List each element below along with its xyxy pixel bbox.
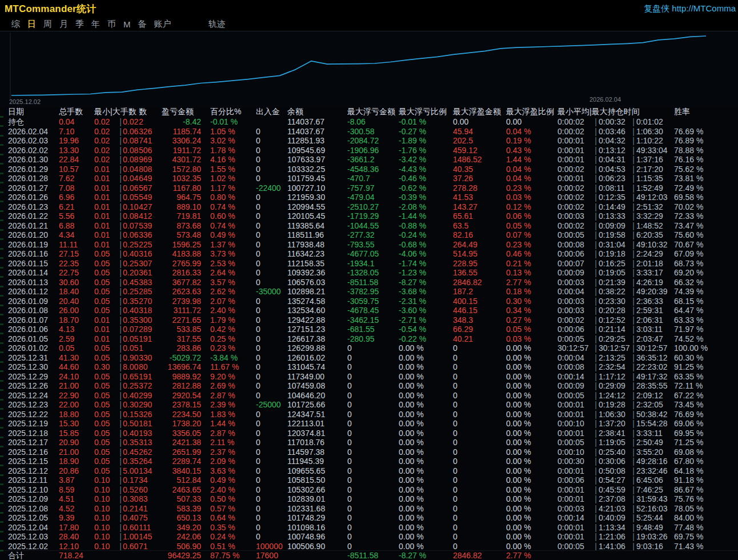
table-row[interactable]: 2025.12.1915.300.05|0.501811738.201.44 %…: [0, 419, 738, 429]
hold-time-min-cell: 0:00:30: [557, 457, 593, 466]
total-lots-cell: 8.59: [59, 485, 94, 495]
table-row[interactable]: 2026.01.1911.110.01|0.252251596.251.37 %…: [0, 240, 738, 250]
table-row[interactable]: 2026.01.277.080.01|0.065671167.801.17 %-…: [0, 183, 738, 193]
table-row[interactable]: 2025.12.2218.800.05|0.153262234.501.83 %…: [0, 410, 738, 419]
table-row[interactable]: 2026.01.2910.570.01|0.048081572.801.55 %…: [0, 165, 738, 174]
table-rows[interactable]: 持仓0.040.02|0.022-8.42-0.01 %114037.67-8.…: [0, 117, 738, 550]
table-row[interactable]: 2026.01.1522.350.05|0.253072765.992.53 %…: [0, 259, 738, 269]
table-row[interactable]: 2025.12.0417.800.10|0.60111349.200.35 %0…: [0, 523, 738, 533]
win-rate-cell: 64.47 %: [674, 306, 719, 315]
time-separator: |: [631, 391, 636, 401]
min-lot-cell: 0.10: [94, 494, 118, 504]
table-row[interactable]: 2026.01.266.960.01|0.05549964.750.80 %01…: [0, 193, 738, 202]
menu-item-轨迹[interactable]: 轨迹: [208, 19, 226, 30]
max-float-profit-cell: 0: [453, 353, 506, 363]
balance-cell: 101759.45: [287, 174, 347, 183]
menu-item-备[interactable]: 备: [138, 19, 147, 30]
time-separator: |: [631, 127, 636, 137]
time-separator: |: [631, 211, 636, 221]
time-separator: |: [631, 117, 636, 127]
table-row[interactable]: 2025.12.2621.000.05|0.253722812.882.69 %…: [0, 381, 738, 391]
menu-item-周[interactable]: 周: [43, 19, 52, 30]
table-row[interactable]: 2026.02.0319.960.02|0.087413306.243.02 %…: [0, 136, 738, 146]
table-row[interactable]: 2026.02.047.100.02|0.063261185.741.05 %0…: [0, 127, 738, 137]
table-row[interactable]: 2025.12.3141.300.05|0.90330-5029.72-3.84…: [0, 353, 738, 363]
max-float-loss-cell: -1934.1: [347, 259, 399, 269]
header-max-float-profit: 最大浮盈金额: [453, 107, 506, 117]
table-row[interactable]: 2025.12.108.590.10|0.52602463.652.40 %01…: [0, 485, 738, 495]
max-float-profit-cell: 202.5: [453, 136, 506, 146]
deposit-withdrawal-cell: 0: [256, 174, 287, 183]
table-row[interactable]: 2025.12.0328.400.10|1.00145242.060.24 %0…: [0, 532, 738, 542]
table-row[interactable]: 2026.01.225.560.01|0.08412719.810.60 %01…: [0, 211, 738, 221]
win-rate-cell: [674, 551, 719, 560]
table-row[interactable]: 2026.01.236.210.01|0.10427889.100.74 %01…: [0, 202, 738, 212]
max-float-profit-pct-cell: 0.05 %: [506, 325, 557, 334]
menu-item-M[interactable]: M: [123, 19, 131, 29]
profit-cell: 2651.99: [162, 447, 201, 457]
max-float-loss-pct-cell: -0.46 %: [399, 174, 453, 183]
table-row[interactable]: 2026.01.204.340.01|0.06336573.480.49 %01…: [0, 230, 738, 240]
table-row[interactable]: 2026.01.1422.750.05|0.203612816.332.64 %…: [0, 268, 738, 278]
hold-time-avg-cell: 0:12:52: [599, 315, 631, 325]
hold-time-avg-cell: 0:08:11: [599, 183, 631, 193]
table-row[interactable]: 2026.01.3022.840.02|0.089694301.724.16 %…: [0, 155, 738, 165]
table-row[interactable]: 2025.12.2924.100.05|0.651919889.929.20 %…: [0, 372, 738, 382]
table-row[interactable]: 2025.12.1518.900.05|0.352642289.742.09 %…: [0, 457, 738, 466]
table-row[interactable]: 2025.12.1220.860.05|5.001343840.153.63 %…: [0, 466, 738, 476]
min-lot-cell: 0.10: [94, 485, 118, 495]
profit-cell: 650.13: [162, 513, 201, 523]
table-row[interactable]: 2026.01.020.050.05|0.051283.860.23 %0126…: [0, 343, 738, 353]
balance-cell: 109392.36: [287, 268, 347, 278]
table-row[interactable]: 2026.01.064.130.01|0.07289533.850.42 %01…: [0, 325, 738, 334]
trade-count-cell: 316: [139, 249, 162, 259]
balance-cell: 105302.66: [287, 485, 347, 495]
win-rate-cell: 67.80 %: [674, 457, 719, 466]
table-row[interactable]: 2025.12.1621.000.05|0.452622651.992.37 %…: [0, 447, 738, 457]
table-row[interactable]: 2026.01.052.590.01|0.05191317.550.25 %01…: [0, 334, 738, 344]
table-row[interactable]: 2026.01.1627.150.05|0.403164183.883.73 %…: [0, 249, 738, 259]
table-row[interactable]: 2025.12.2422.900.05|0.402992920.542.87 %…: [0, 391, 738, 401]
table-row[interactable]: 2026.02.0213.300.02|0.085061911.721.78 %…: [0, 146, 738, 155]
max-float-loss-pct-cell: -8.27 %: [399, 278, 453, 287]
lot-separator: |: [118, 362, 123, 372]
table-row[interactable]: 2026.01.216.880.01|0.07539873.680.74 %01…: [0, 221, 738, 231]
menu-item-月[interactable]: 月: [59, 19, 68, 30]
max-float-loss-cell: 0: [347, 343, 399, 353]
balance-cell: 120374.81: [287, 429, 347, 438]
table-row[interactable]: 2025.12.084.520.10|0.2141583.390.57 %010…: [0, 504, 738, 514]
table-row[interactable]: 2026.01.287.620.01|0.046491032.351.02 %0…: [0, 174, 738, 183]
menu-item-币[interactable]: 币: [107, 19, 116, 30]
table-row[interactable]: 2026.01.1330.600.05|0.453833677.823.57 %…: [0, 278, 738, 287]
table-row[interactable]: 2025.12.113.870.10|0.1734512.840.49 %010…: [0, 475, 738, 485]
menu-item-账户[interactable]: 账户: [154, 19, 171, 30]
table-row[interactable]: 2025.12.2322.000.05|0.302902378.152.39 %…: [0, 400, 738, 410]
time-separator: |: [593, 165, 599, 174]
profit-cell: 13696.74: [162, 362, 201, 372]
date-cell: 2026.01.27: [8, 183, 59, 193]
lot-separator: |: [118, 155, 123, 165]
menu-item-综[interactable]: 综: [11, 19, 20, 30]
table-row[interactable]: 2025.12.094.510.10|0.3083507.330.50 %010…: [0, 494, 738, 504]
menu-item-日[interactable]: 日: [27, 19, 36, 30]
table-row[interactable]: 2026.01.0920.400.05|0.352702739.982.07 %…: [0, 297, 738, 306]
time-separator: |: [593, 542, 599, 551]
balance-cell: 114597.38: [287, 447, 347, 457]
max-float-loss-cell: 0: [347, 381, 399, 391]
table-row[interactable]: 2026.01.0718.700.01|0.353002271.651.79 %…: [0, 315, 738, 325]
max-float-profit-cell: 45.94: [453, 127, 506, 137]
menu-item-年[interactable]: 年: [91, 19, 100, 30]
table-row[interactable]: 持仓0.040.02|0.022-8.42-0.01 %114037.67-8.…: [0, 117, 738, 127]
table-row[interactable]: 2025.12.3044.600.30|8.008013696.7411.67 …: [0, 362, 738, 372]
max-float-profit-pct-cell: 0.00 %: [506, 494, 557, 504]
table-row[interactable]: 2026.01.0826.000.05|0.403183111.722.40 %…: [0, 306, 738, 315]
table-row[interactable]: 2026.01.1218.400.05|0.252852623.632.62 %…: [0, 287, 738, 297]
menu-item-季[interactable]: 季: [75, 19, 84, 30]
replay-site-link[interactable]: 复盘侠 http://MTComma: [644, 3, 736, 14]
table-row[interactable]: 2025.12.1720.900.05|0.353132421.382.11 %…: [0, 438, 738, 447]
max-lot-cell: 0.35: [123, 315, 139, 325]
table-row[interactable]: 2025.12.1815.850.05|0.401933356.052.87 %…: [0, 429, 738, 438]
max-float-loss-pct-cell: 0.00 %: [399, 343, 453, 353]
table-row[interactable]: 2025.12.0212.100.10|0.6071506.900.51 %10…: [0, 542, 738, 551]
table-row[interactable]: 2025.12.059.390.10|0.4075650.130.64 %010…: [0, 513, 738, 523]
